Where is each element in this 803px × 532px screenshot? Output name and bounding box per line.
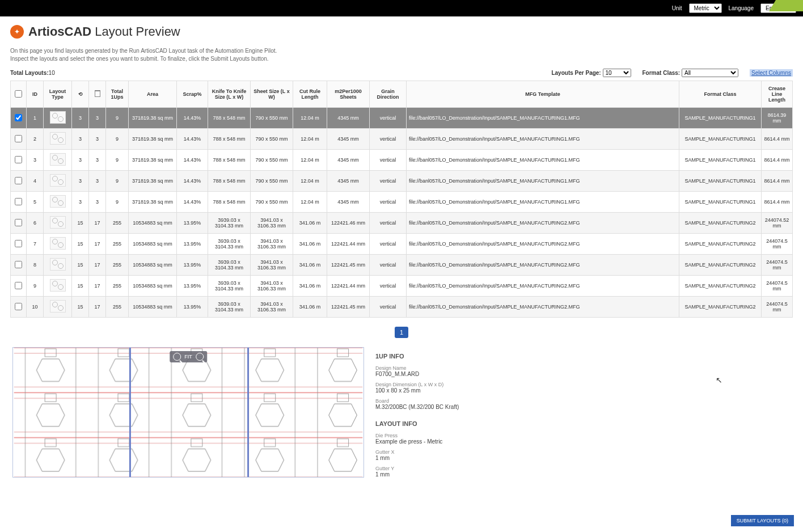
row-checkbox[interactable] [15, 219, 22, 226]
cell: 1 [27, 108, 44, 129]
layouts-table: IDLayout Type⟲Total 1UpsAreaScrap%Knife … [10, 81, 793, 318]
cell: 788 x 548 mm [208, 171, 251, 192]
row-checkbox[interactable] [15, 261, 22, 268]
cell [11, 255, 27, 276]
cell: file://banl057/LO_Demonstration/Input/SA… [407, 276, 679, 297]
page-1-button[interactable]: 1 [395, 327, 408, 338]
col-header-15[interactable]: Crease Line Length [762, 81, 793, 108]
cell: 3 [72, 129, 89, 150]
cell: 122421.45 mm [327, 255, 370, 276]
table-row[interactable]: 7151725510534883 sq mm13.95%3939.03 x 31… [11, 234, 793, 255]
cell: 3941.03 x 3106.33 mm [251, 213, 293, 234]
row-checkbox[interactable] [15, 177, 22, 184]
row-checkbox[interactable] [15, 240, 22, 247]
cell: 17 [89, 297, 106, 318]
row-checkbox[interactable] [15, 156, 22, 163]
col-header-12[interactable]: Grain Direction [370, 81, 407, 108]
select-columns-link[interactable]: Select Columns [750, 69, 793, 77]
cell: 4 [27, 171, 44, 192]
cell: 3941.03 x 3106.33 mm [251, 297, 293, 318]
col-header-9[interactable]: Sheet Size (L x W) [251, 81, 293, 108]
layouts-per-page-select[interactable]: 10 [603, 69, 631, 77]
cell: 8614.4 mm [762, 129, 793, 150]
row-checkbox[interactable] [15, 135, 22, 142]
col-header-1[interactable]: ID [27, 81, 44, 108]
col-header-2[interactable]: Layout Type [44, 81, 72, 108]
svg-rect-4 [247, 348, 249, 477]
row-checkbox[interactable] [15, 198, 22, 205]
col-header-11[interactable]: m2Per1000 Sheets [327, 81, 370, 108]
cell: vertical [370, 276, 407, 297]
cell: vertical [370, 192, 407, 213]
design-name-value: F0700_M.M.ARD [375, 371, 791, 377]
table-row[interactable]: 6151725510534883 sq mm13.95%3939.03 x 31… [11, 213, 793, 234]
cell: 255 [106, 297, 129, 318]
cell: 12.04 m [293, 129, 327, 150]
format-class-select[interactable]: All [682, 69, 738, 77]
zoom-in-icon[interactable] [173, 353, 181, 361]
cell: 788 x 548 mm [208, 192, 251, 213]
cell: 12.04 m [293, 150, 327, 171]
col-header-7[interactable]: Scrap% [177, 81, 208, 108]
zoom-out-icon[interactable] [196, 353, 204, 361]
table-row[interactable]: 8151725510534883 sq mm13.95%3939.03 x 31… [11, 255, 793, 276]
col-header-3[interactable]: ⟲ [72, 81, 89, 108]
layout-thumbnail [50, 300, 66, 313]
cell: 3939.03 x 3104.33 mm [208, 255, 251, 276]
oneup-info-header: 1UP INFO [375, 353, 791, 360]
select-all-checkbox[interactable] [15, 90, 22, 98]
cell: 371819.38 sq mm [129, 171, 177, 192]
fit-button[interactable]: FIT [184, 354, 192, 360]
cell: 14.43% [177, 171, 208, 192]
table-row[interactable]: 4339371819.38 sq mm14.43%788 x 548 mm790… [11, 171, 793, 192]
cell: 8614.4 mm [762, 150, 793, 171]
col-header-8[interactable]: Knife To Knife Size (L x W) [208, 81, 251, 108]
cell: 7 [27, 234, 44, 255]
layout-preview-pane[interactable]: FIT [12, 347, 364, 478]
row-checkbox[interactable] [15, 114, 22, 121]
col-header-10[interactable]: Cut Rule Length [293, 81, 327, 108]
cell: vertical [370, 108, 407, 129]
col-header-14[interactable]: Format Class [679, 81, 762, 108]
cell: 255 [106, 276, 129, 297]
cell [11, 276, 27, 297]
layout-preview-image [13, 348, 364, 477]
cell: file://banl057/LO_Demonstration/Input/SA… [407, 150, 679, 171]
cell: 3941.03 x 3106.33 mm [251, 234, 293, 255]
row-checkbox[interactable] [15, 303, 22, 310]
col-header-13[interactable]: MFG Template [407, 81, 679, 108]
gutter-y-label: Gutter Y [375, 466, 791, 471]
cell: 3939.03 x 3104.33 mm [208, 276, 251, 297]
cell [44, 297, 72, 318]
cell: SAMPLE_MANUFACTURING2 [679, 255, 762, 276]
cell [11, 171, 27, 192]
die-press-value: Example die press - Metric [375, 438, 791, 445]
cell: 3 [89, 171, 106, 192]
table-row[interactable]: 2339371819.38 sq mm14.43%788 x 548 mm790… [11, 129, 793, 150]
unit-select[interactable]: Metric [689, 3, 722, 13]
cell [44, 171, 72, 192]
design-dim-value: 100 x 80 x 25 mm [375, 387, 791, 394]
col-header-0[interactable] [11, 81, 27, 108]
table-row[interactable]: 10151725510534883 sq mm13.95%3939.03 x 3… [11, 297, 793, 318]
cell [44, 150, 72, 171]
cell: 9 [106, 171, 129, 192]
table-row[interactable]: 1339371819.38 sq mm14.43%788 x 548 mm790… [11, 108, 793, 129]
col-header-4[interactable] [89, 81, 106, 108]
preview-toolbar: FIT [170, 351, 207, 362]
cell: 341.06 m [293, 297, 327, 318]
board-value: M.32/200BC (M.32/200 BC Kraft) [375, 404, 791, 410]
cell: 788 x 548 mm [208, 150, 251, 171]
table-row[interactable]: 5339371819.38 sq mm14.43%788 x 548 mm790… [11, 192, 793, 213]
cell [44, 276, 72, 297]
col-header-5[interactable]: Total 1Ups [106, 81, 129, 108]
cell: 15 [72, 297, 89, 318]
cell: 244074.5 mm [762, 255, 793, 276]
col-header-6[interactable]: Area [129, 81, 177, 108]
cell: 14.43% [177, 108, 208, 129]
design-dim-label: Design Dimension (L x W x D) [375, 382, 791, 387]
table-row[interactable]: 3339371819.38 sq mm14.43%788 x 548 mm790… [11, 150, 793, 171]
row-checkbox[interactable] [15, 282, 22, 289]
cell: 341.06 m [293, 255, 327, 276]
table-row[interactable]: 9151725510534883 sq mm13.95%3939.03 x 31… [11, 276, 793, 297]
